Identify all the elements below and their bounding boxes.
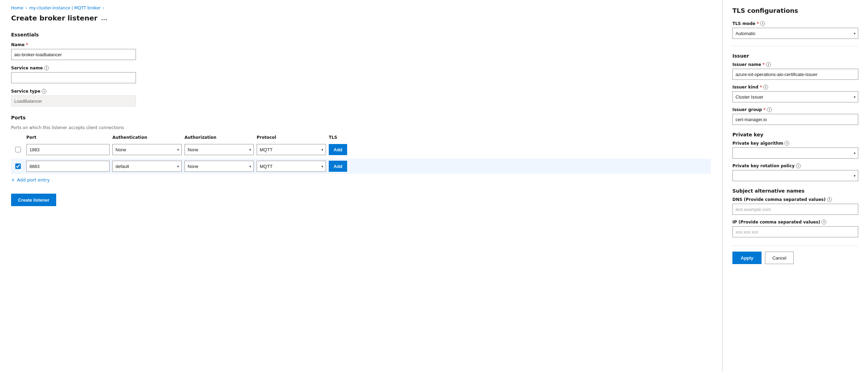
- ports-section-title: Ports: [11, 115, 711, 120]
- port-row-2-add-cell: Add: [329, 161, 356, 172]
- private-key-rotation-field-group: Private key rotation policy i ▾: [732, 163, 858, 181]
- port-row-1-auth-select[interactable]: None default: [112, 144, 182, 155]
- port-row-2-protocol-select[interactable]: MQTT: [257, 161, 326, 172]
- bottom-actions: Create listener: [11, 194, 711, 206]
- left-panel: Home › my-cluster-instance | MQTT broker…: [0, 0, 722, 372]
- issuer-name-field-group: Issuer name * i: [732, 62, 858, 80]
- issuer-kind-select-wrapper: Cluster Issuer Issuer ▾: [732, 91, 858, 102]
- tls-panel-buttons: Apply Cancel: [732, 246, 858, 264]
- tls-mode-label: TLS mode * i: [732, 21, 858, 26]
- port-row-1-auth-select-wrapper: None default ▾: [112, 144, 182, 155]
- issuer-name-info-icon[interactable]: i: [766, 62, 771, 67]
- col-tls-header: TLS: [329, 135, 356, 140]
- issuer-name-label: Issuer name * i: [732, 62, 858, 67]
- port-row-2-authz-select[interactable]: None: [184, 161, 254, 172]
- tls-mode-required: *: [757, 21, 759, 26]
- page-title-ellipsis[interactable]: ...: [101, 15, 107, 22]
- page-title-container: Create broker listener ...: [11, 14, 711, 22]
- ports-subtitle: Ports on which this listener accepts cli…: [11, 125, 711, 130]
- issuer-kind-field-group: Issuer kind * i Cluster Issuer Issuer ▾: [732, 85, 858, 102]
- name-label: Name *: [11, 42, 711, 47]
- breadcrumb-sep2: ›: [103, 6, 105, 10]
- ip-label: IP (Provide comma separated values) i: [732, 220, 858, 225]
- add-port-plus-icon: +: [11, 177, 15, 183]
- tls-mode-info-icon[interactable]: i: [760, 21, 765, 26]
- name-input[interactable]: [11, 49, 136, 60]
- port-row-2-add-button[interactable]: Add: [329, 161, 347, 172]
- issuer-name-input[interactable]: [732, 69, 858, 80]
- private-key-algo-label: Private key algorithm i: [732, 141, 858, 146]
- private-key-algo-select[interactable]: [732, 147, 858, 159]
- ports-table-header: Port Authentication Authorization Protoc…: [11, 135, 711, 140]
- dns-field-group: DNS (Provide comma separated values) i: [732, 197, 858, 215]
- port-row-1-authz-select[interactable]: None: [184, 144, 254, 155]
- issuer-section-title: Issuer: [732, 53, 858, 59]
- service-name-info-icon[interactable]: i: [44, 66, 49, 70]
- private-key-algo-info-icon[interactable]: i: [784, 141, 789, 146]
- name-required: *: [26, 42, 28, 47]
- ip-info-icon[interactable]: i: [822, 220, 826, 225]
- issuer-kind-info-icon[interactable]: i: [763, 85, 768, 90]
- cancel-button[interactable]: Cancel: [765, 252, 793, 264]
- service-type-label: Service type i: [11, 89, 711, 94]
- port-row-2: None default ▾ None ▾ MQTT ▾ Add: [11, 159, 711, 174]
- apply-button[interactable]: Apply: [732, 252, 762, 264]
- issuer-group-required: *: [763, 107, 765, 112]
- add-port-label: Add port entry: [17, 177, 50, 183]
- issuer-group-field-group: Issuer group * i: [732, 107, 858, 125]
- port-row-1-checkbox[interactable]: [15, 147, 21, 152]
- service-name-field-group: Service name i: [11, 66, 711, 83]
- private-key-rotation-select-wrapper: ▾: [732, 170, 858, 181]
- issuer-divider: [732, 46, 858, 46]
- service-name-label: Service name i: [11, 66, 711, 70]
- name-field-group: Name *: [11, 42, 711, 60]
- issuer-group-info-icon[interactable]: i: [767, 107, 772, 112]
- dns-info-icon[interactable]: i: [827, 197, 832, 202]
- ip-input[interactable]: [732, 226, 858, 237]
- issuer-kind-label: Issuer kind * i: [732, 85, 858, 90]
- port-row-1-protocol-select[interactable]: MQTT: [257, 144, 326, 155]
- issuer-kind-select[interactable]: Cluster Issuer Issuer: [732, 91, 858, 102]
- private-key-algo-select-wrapper: ▾: [732, 147, 858, 159]
- breadcrumb: Home › my-cluster-instance | MQTT broker…: [11, 6, 711, 10]
- port-row-1-add-button[interactable]: Add: [329, 144, 347, 155]
- dns-input[interactable]: [732, 204, 858, 215]
- port-row-2-auth-select-wrapper: None default ▾: [112, 161, 182, 172]
- private-key-rotation-info-icon[interactable]: i: [796, 163, 801, 168]
- port-row-2-checkbox[interactable]: [15, 163, 21, 169]
- col-authz-header: Authorization: [184, 135, 254, 140]
- service-type-field-group: Service type i: [11, 89, 711, 107]
- port-row-1-add-cell: Add: [329, 144, 356, 155]
- private-key-rotation-select[interactable]: [732, 170, 858, 181]
- page-title: Create broker listener: [11, 14, 97, 22]
- tls-panel-title: TLS configurations: [732, 7, 858, 14]
- port-row-1-checkbox-cell: [12, 147, 24, 152]
- tls-mode-select-wrapper: Automatic Manual Disabled ▾: [732, 28, 858, 39]
- col-port-header: Port: [26, 135, 110, 140]
- port-row-1-authz-select-wrapper: None ▾: [184, 144, 254, 155]
- tls-panel: TLS configurations TLS mode * i Automati…: [722, 0, 868, 372]
- tls-mode-field-group: TLS mode * i Automatic Manual Disabled ▾: [732, 21, 858, 39]
- tls-mode-select[interactable]: Automatic Manual Disabled: [732, 28, 858, 39]
- service-type-info-icon[interactable]: i: [42, 89, 46, 94]
- issuer-group-input[interactable]: [732, 114, 858, 125]
- private-key-section-title: Private key: [732, 132, 858, 137]
- breadcrumb-home[interactable]: Home: [11, 6, 23, 10]
- port-row-1-port-input[interactable]: [26, 144, 110, 155]
- port-row-2-authz-select-wrapper: None ▾: [184, 161, 254, 172]
- ip-field-group: IP (Provide comma separated values) i: [732, 220, 858, 237]
- port-row-1-protocol-select-wrapper: MQTT ▾: [257, 144, 326, 155]
- add-port-link[interactable]: + Add port entry: [11, 177, 711, 183]
- port-row-2-port-input[interactable]: [26, 161, 110, 172]
- service-name-input[interactable]: [11, 72, 136, 83]
- issuer-kind-required: *: [760, 85, 762, 90]
- port-row-1-port-cell: [26, 144, 110, 155]
- breadcrumb-sep1: ›: [25, 6, 27, 10]
- ports-section: Ports Ports on which this listener accep…: [11, 115, 711, 183]
- port-row-2-port-cell: [26, 161, 110, 172]
- create-listener-button[interactable]: Create listener: [11, 194, 56, 206]
- essentials-section-title: Essentials: [11, 32, 711, 37]
- port-row-2-auth-select[interactable]: None default: [112, 161, 182, 172]
- service-type-input: [11, 95, 136, 107]
- breadcrumb-cluster[interactable]: my-cluster-instance | MQTT broker: [29, 6, 101, 10]
